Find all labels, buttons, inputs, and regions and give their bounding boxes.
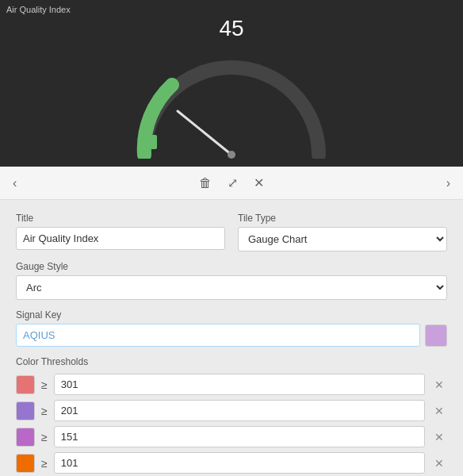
svg-rect-4 [143,135,157,149]
gauge-panel: Air Quality Index 45 0 500 [0,0,463,167]
title-group: Title [16,213,225,251]
gauge-style-group: Gauge Style Arc Semicircle Full [16,261,447,300]
threshold-gte-symbol: ≥ [41,457,48,470]
threshold-value-input[interactable] [54,426,425,447]
threshold-color-2[interactable] [16,428,35,447]
threshold-row: ≥ ✕ [16,426,447,447]
signal-key-row: Signal Key [16,309,447,347]
back-button[interactable]: ‹ [10,173,20,194]
tile-type-select[interactable]: Gauge Chart Line Chart Bar Chart [238,227,447,251]
forward-button[interactable]: › [443,173,453,194]
gauge-style-select[interactable]: Arc Semicircle Full [16,275,447,300]
gauge-chart: 0 500 [128,48,335,159]
form-panel: Title Tile Type Gauge Chart Line Chart B… [0,200,463,476]
gauge-title: Air Quality Index [6,5,71,14]
color-thresholds-section: Color Thresholds ≥ ✕ ≥ ✕ ≥ ✕ ≥ ✕ ≥ ✕ ≥ ✕ [16,356,447,476]
signal-color-swatch[interactable] [425,324,447,347]
gauge-value: 45 [219,16,243,41]
gauge-style-label: Gauge Style [16,261,447,272]
delete-button[interactable]: 🗑 [196,173,215,194]
title-label: Title [16,213,225,224]
gauge-style-row: Gauge Style Arc Semicircle Full [16,261,447,300]
threshold-remove-button[interactable]: ✕ [431,455,447,471]
title-input[interactable] [16,227,225,250]
title-tiletype-row: Title Tile Type Gauge Chart Line Chart B… [16,213,447,251]
threshold-color-0[interactable] [16,375,35,394]
threshold-remove-button[interactable]: ✕ [431,377,447,393]
threshold-gte-symbol: ≥ [41,431,48,443]
threshold-row: ≥ ✕ [16,452,447,474]
svg-line-0 [178,111,232,155]
threshold-remove-button[interactable]: ✕ [431,403,447,419]
expand-button[interactable]: ⤢ [224,172,241,194]
threshold-remove-button[interactable]: ✕ [431,429,447,445]
svg-point-1 [228,151,235,159]
signal-key-input[interactable] [16,324,420,347]
threshold-row: ≥ ✕ [16,400,447,421]
threshold-value-input[interactable] [54,400,425,421]
tile-type-label: Tile Type [238,213,447,224]
threshold-gte-symbol: ≥ [41,405,48,417]
threshold-gte-symbol: ≥ [41,378,48,391]
toolbar-left: ‹ [10,173,20,194]
toolbar-right: › [443,173,453,194]
threshold-color-3[interactable] [16,454,35,473]
threshold-row: ≥ ✕ [16,374,447,395]
signal-key-wrapper [16,324,447,347]
toolbar-center: 🗑 ⤢ ✕ [196,172,267,194]
signal-key-label: Signal Key [16,309,447,321]
thresholds-label: Color Thresholds [16,356,447,367]
close-button[interactable]: ✕ [251,172,267,194]
threshold-value-input[interactable] [54,452,425,474]
toolbar: ‹ 🗑 ⤢ ✕ › [0,167,463,200]
signal-key-group: Signal Key [16,309,447,347]
tile-type-group: Tile Type Gauge Chart Line Chart Bar Cha… [238,213,447,251]
thresholds-container: ≥ ✕ ≥ ✕ ≥ ✕ ≥ ✕ ≥ ✕ ≥ ✕ [16,374,447,476]
threshold-color-1[interactable] [16,401,35,420]
threshold-value-input[interactable] [54,374,425,395]
